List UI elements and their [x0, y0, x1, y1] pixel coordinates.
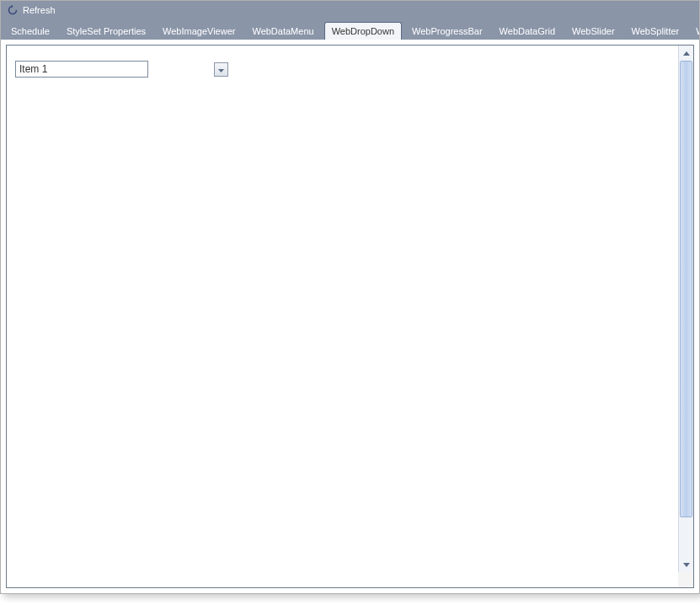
tab-bar: Schedule StyleSet Properties WebImageVie… — [1, 19, 699, 40]
tab-webimageviewer[interactable]: WebImageViewer — [156, 23, 242, 40]
vertical-scrollbar[interactable] — [678, 46, 693, 572]
tab-websplitter[interactable]: WebSplitter — [625, 23, 687, 40]
tab-webslider[interactable]: WebSlider — [565, 23, 622, 40]
app-window: Refresh Schedule StyleSet Properties Web… — [0, 0, 700, 594]
inner-content — [7, 46, 678, 572]
chevron-down-icon — [218, 64, 224, 74]
refresh-icon[interactable] — [8, 5, 18, 15]
content-area — [6, 45, 694, 588]
tab-webdialog[interactable]: WebDialog — [689, 23, 699, 40]
scrollbar-thumb[interactable] — [680, 61, 692, 517]
header-bar: Refresh — [1, 1, 699, 19]
scroll-up-arrow-icon[interactable] — [679, 46, 694, 61]
tab-webdropdown[interactable]: WebDropDown — [324, 22, 402, 40]
dropdown-input[interactable] — [15, 61, 148, 78]
refresh-label[interactable]: Refresh — [23, 5, 56, 15]
dropdown-toggle-button[interactable] — [214, 62, 228, 77]
tab-styleset-properties[interactable]: StyleSet Properties — [60, 23, 152, 40]
scrollbar-corner — [678, 572, 693, 587]
scrollbar-track[interactable] — [679, 61, 694, 557]
tab-webdatamenu[interactable]: WebDataMenu — [245, 23, 320, 40]
scroll-down-arrow-icon[interactable] — [679, 557, 694, 572]
tab-webdatagrid[interactable]: WebDataGrid — [493, 23, 562, 40]
dropdown-container — [15, 61, 670, 78]
tab-schedule[interactable]: Schedule — [4, 23, 56, 40]
tab-webprogressbar[interactable]: WebProgressBar — [405, 23, 489, 40]
